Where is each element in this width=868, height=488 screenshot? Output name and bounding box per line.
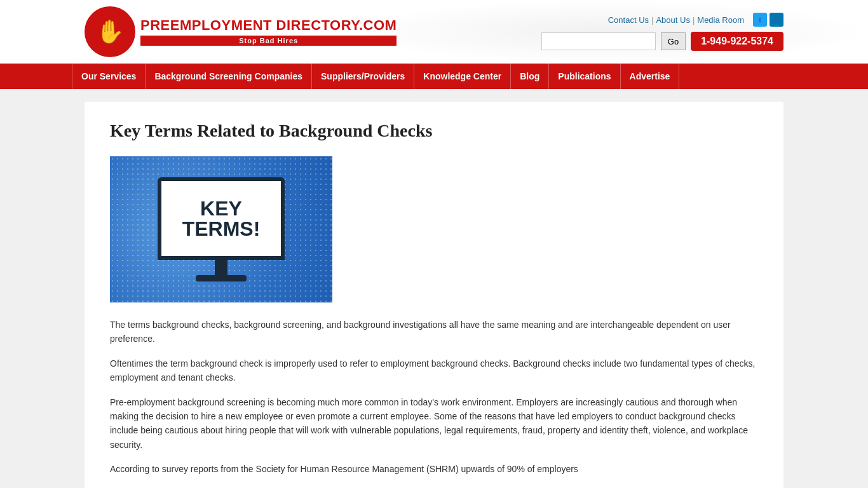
sep2: | bbox=[693, 15, 695, 25]
article-body: The terms background checks, background … bbox=[110, 318, 758, 477]
content-area: Key Terms Related to Background Checks K… bbox=[85, 102, 783, 488]
phone-button[interactable]: 1-949-922-5374 bbox=[691, 32, 783, 51]
nav-knowledge-center[interactable]: Knowledge Center bbox=[414, 64, 511, 89]
header-links: Contact Us | About Us | Media Room t in bbox=[608, 13, 783, 27]
about-us-link[interactable]: About Us bbox=[656, 15, 689, 25]
nav-publications[interactable]: Publications bbox=[549, 64, 620, 89]
page-title: Key Terms Related to Background Checks bbox=[110, 121, 758, 141]
paragraph-1: The terms background checks, background … bbox=[110, 318, 758, 346]
navbar-inner: Our Services Background Screening Compan… bbox=[72, 64, 796, 89]
header-right: Contact Us | About Us | Media Room t in … bbox=[541, 13, 783, 51]
nav-advertise[interactable]: Advertise bbox=[621, 64, 680, 89]
main-wrapper: Key Terms Related to Background Checks K… bbox=[72, 89, 796, 488]
go-button[interactable]: Go bbox=[661, 32, 686, 50]
nav-suppliers[interactable]: Suppliers/Providers bbox=[312, 64, 414, 89]
linkedin-icon[interactable]: in bbox=[770, 13, 783, 27]
logo-text-area: PREEMPLOYMENT DIRECTORY.COM Stop Bad Hir… bbox=[140, 18, 397, 45]
monitor-line2: TERMS! bbox=[182, 219, 261, 239]
monitor-stand-base bbox=[196, 275, 247, 281]
article-image: KEY TERMS! bbox=[110, 156, 332, 302]
nav-our-services[interactable]: Our Services bbox=[72, 64, 146, 89]
contact-us-link[interactable]: Contact Us bbox=[608, 15, 649, 25]
search-input[interactable] bbox=[541, 32, 656, 50]
social-icons: t in bbox=[753, 13, 783, 27]
nav-background-screening[interactable]: Background Screening Companies bbox=[146, 64, 312, 89]
paragraph-4: According to survey reports from the Soc… bbox=[110, 462, 758, 476]
twitter-icon[interactable]: t bbox=[753, 13, 767, 27]
sep1: | bbox=[651, 15, 653, 25]
monitor-container: KEY TERMS! bbox=[158, 177, 285, 281]
paragraph-3: Pre-employment background screening is b… bbox=[110, 395, 758, 452]
logo-text-bottom: Stop Bad Hires bbox=[140, 36, 397, 46]
logo-area: PREEMPLOYMENT DIRECTORY.COM Stop Bad Hir… bbox=[85, 6, 397, 57]
media-room-link[interactable]: Media Room bbox=[697, 15, 744, 25]
paragraph-2: Oftentimes the term background check is … bbox=[110, 356, 758, 385]
logo-badge bbox=[85, 6, 135, 57]
monitor-stand-neck bbox=[215, 260, 227, 275]
header: PREEMPLOYMENT DIRECTORY.COM Stop Bad Hir… bbox=[0, 0, 868, 64]
monitor-screen: KEY TERMS! bbox=[158, 177, 285, 260]
logo-text-top: PREEMPLOYMENT DIRECTORY.COM bbox=[140, 18, 397, 33]
navbar: Our Services Background Screening Compan… bbox=[0, 64, 868, 89]
monitor-line1: KEY bbox=[200, 198, 242, 219]
header-search-row: Go 1-949-922-5374 bbox=[541, 32, 783, 51]
nav-blog[interactable]: Blog bbox=[511, 64, 549, 89]
